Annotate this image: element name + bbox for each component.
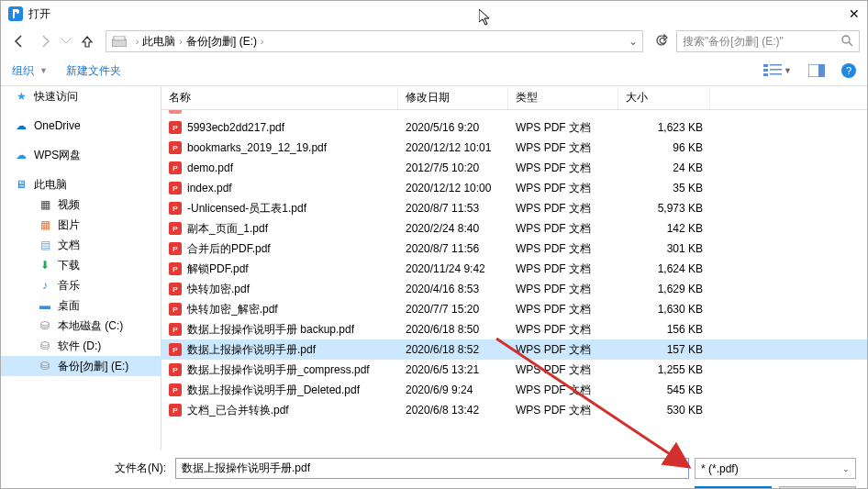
file-type: WPS PDF 文档 xyxy=(508,302,618,317)
file-name: 数据上报操作说明手册_Deleted.pdf xyxy=(187,383,360,398)
back-button[interactable] xyxy=(8,30,30,52)
table-row[interactable]: P快转加密.pdf2020/4/16 8:53WPS PDF 文档1,629 K… xyxy=(161,279,867,299)
sidebar-label: OneDrive xyxy=(34,119,81,132)
sidebar-label: 图片 xyxy=(58,217,80,233)
table-row[interactable]: Pdemo.pdf2012/7/5 10:20WPS PDF 文档24 KB xyxy=(161,158,867,178)
sidebar-item[interactable]: ♪音乐 xyxy=(1,275,161,295)
refresh-button[interactable] xyxy=(651,34,673,50)
table-row[interactable]: P xyxy=(161,110,867,117)
table-row[interactable]: Pindex.pdf2020/12/12 10:00WPS PDF 文档35 K… xyxy=(161,178,867,198)
table-row[interactable]: P快转加密_解密.pdf2020/7/7 15:20WPS PDF 文档1,63… xyxy=(161,299,867,319)
pdf-icon: P xyxy=(169,404,182,417)
file-type: WPS PDF 文档 xyxy=(508,181,618,196)
help-button[interactable]: ? xyxy=(841,63,856,78)
file-name: -Unlicensed-员工表1.pdf xyxy=(187,201,306,217)
desktop-icon: ▬ xyxy=(38,298,52,313)
organize-button[interactable]: 组织 xyxy=(12,63,34,79)
sidebar-item[interactable]: ★快速访问 xyxy=(1,86,161,106)
sidebar-label: 本地磁盘 (C:) xyxy=(58,318,123,334)
table-row[interactable]: Pbookmarks_2019_12_19.pdf2020/12/12 10:0… xyxy=(161,138,867,158)
sidebar-item[interactable]: ⛁本地磁盘 (C:) xyxy=(1,316,161,336)
sidebar-label: 快速访问 xyxy=(34,89,78,105)
file-date: 2020/11/24 9:42 xyxy=(398,262,508,275)
pdf-icon: P xyxy=(169,363,182,376)
sidebar-item[interactable]: 🖥此电脑 xyxy=(1,174,161,194)
file-size: 545 KB xyxy=(618,383,710,396)
column-headers: 名称 修改日期 类型 大小 xyxy=(161,86,867,110)
svg-rect-11 xyxy=(770,73,782,75)
view-mode-button[interactable]: ▼ xyxy=(763,64,792,77)
table-row[interactable]: P合并后的PDF.pdf2020/8/7 11:56WPS PDF 文档301 … xyxy=(161,239,867,259)
forward-button[interactable] xyxy=(34,30,56,52)
search-input[interactable]: 搜索"备份[勿删] (E:)" xyxy=(676,30,860,52)
pdf-icon: P xyxy=(169,182,182,194)
svg-point-4 xyxy=(842,36,850,43)
crumb-drive[interactable]: 备份[勿删] (E:) xyxy=(186,34,257,50)
sidebar-item[interactable]: ▦视频 xyxy=(1,194,161,215)
file-type: WPS PDF 文档 xyxy=(508,120,618,136)
file-date: 2020/12/12 10:01 xyxy=(398,141,508,154)
sidebar-item[interactable]: ▬桌面 xyxy=(1,295,161,316)
table-row[interactable]: P文档_已合并转换.pdf2020/6/8 13:42WPS PDF 文档530… xyxy=(161,400,867,420)
filetype-select[interactable]: * (*.pdf) ⌄ xyxy=(695,458,856,479)
table-row[interactable]: P5993ecb2dd217.pdf2020/5/16 9:20WPS PDF … xyxy=(161,117,867,138)
close-button[interactable]: ✕ xyxy=(823,6,860,21)
drive-icon: ⛁ xyxy=(38,359,52,373)
file-size: 1,255 KB xyxy=(618,363,710,376)
file-type: WPS PDF 文档 xyxy=(508,362,618,378)
file-type: WPS PDF 文档 xyxy=(508,383,618,398)
chevron-right-icon: › xyxy=(261,37,263,47)
header-date[interactable]: 修改日期 xyxy=(398,86,508,109)
file-date: 2020/6/5 13:21 xyxy=(398,363,508,376)
file-type: WPS PDF 文档 xyxy=(508,161,618,176)
file-type: WPS PDF 文档 xyxy=(508,342,618,358)
file-name: bookmarks_2019_12_19.pdf xyxy=(187,141,327,154)
table-row[interactable]: P解锁PDF.pdf2020/11/24 9:42WPS PDF 文档1,624… xyxy=(161,259,867,279)
crumb-pc[interactable]: 此电脑 xyxy=(142,34,175,50)
table-row[interactable]: P副本_页面_1.pdf2020/2/24 8:40WPS PDF 文档142 … xyxy=(161,218,867,239)
pdf-icon: P xyxy=(169,242,182,255)
sidebar-label: 下载 xyxy=(58,258,80,273)
sidebar-item[interactable]: ▦图片 xyxy=(1,215,161,235)
up-button[interactable] xyxy=(76,30,98,52)
breadcrumb-dropdown[interactable]: ⌄ xyxy=(624,35,642,48)
file-date: 2020/6/18 8:50 xyxy=(398,323,508,336)
svg-rect-13 xyxy=(818,64,825,77)
pdf-icon: P xyxy=(169,161,182,174)
file-date: 2020/8/7 11:53 xyxy=(398,202,508,215)
music-icon: ♪ xyxy=(38,278,52,293)
svg-line-5 xyxy=(849,42,852,46)
table-row[interactable]: P数据上报操作说明手册_compress.pdf2020/6/5 13:21WP… xyxy=(161,360,867,380)
pdf-icon: P xyxy=(169,110,182,114)
breadcrumb[interactable]: › 此电脑 › 备份[勿删] (E:) › ⌄ xyxy=(106,30,643,52)
sidebar-item[interactable]: ☁WPS网盘 xyxy=(1,145,161,165)
header-name[interactable]: 名称 xyxy=(161,86,398,109)
pdf-icon: P xyxy=(169,141,182,154)
header-size[interactable]: 大小 xyxy=(618,86,710,109)
file-type: WPS PDF 文档 xyxy=(508,140,618,156)
chevron-down-icon: ⌄ xyxy=(842,464,850,473)
table-row[interactable]: P数据上报操作说明手册_Deleted.pdf2020/6/9 9:24WPS … xyxy=(161,380,867,400)
sidebar-item[interactable]: ▤文档 xyxy=(1,235,161,255)
table-row[interactable]: P数据上报操作说明手册.pdf2020/6/18 8:52WPS PDF 文档1… xyxy=(161,339,867,360)
file-size: 530 KB xyxy=(618,404,710,417)
file-size: 301 KB xyxy=(618,242,710,255)
sidebar-item[interactable]: ☁OneDrive xyxy=(1,116,161,136)
filename-input[interactable] xyxy=(175,458,689,479)
recent-dropdown[interactable] xyxy=(60,30,72,52)
preview-pane-button[interactable] xyxy=(808,64,825,77)
svg-rect-6 xyxy=(763,64,768,67)
sidebar-item[interactable]: ⛁软件 (D:) xyxy=(1,336,161,356)
file-size: 1,629 KB xyxy=(618,283,710,295)
sidebar-item[interactable]: ⛁备份[勿删] (E:) xyxy=(1,356,161,376)
newfolder-button[interactable]: 新建文件夹 xyxy=(66,63,121,79)
sidebar: ★快速访问☁OneDrive☁WPS网盘🖥此电脑▦视频▦图片▤文档⬇下载♪音乐▬… xyxy=(1,86,161,450)
file-date: 2020/6/18 8:52 xyxy=(398,343,508,356)
file-name: 快转加密.pdf xyxy=(187,282,250,297)
table-row[interactable]: P-Unlicensed-员工表1.pdf2020/8/7 11:53WPS P… xyxy=(161,198,867,218)
sidebar-item[interactable]: ⬇下载 xyxy=(1,255,161,275)
table-row[interactable]: P数据上报操作说明手册 backup.pdf2020/6/18 8:50WPS … xyxy=(161,319,867,339)
file-date: 2020/6/9 9:24 xyxy=(398,383,508,396)
header-type[interactable]: 类型 xyxy=(508,86,618,109)
file-list: 名称 修改日期 类型 大小 PP5993ecb2dd217.pdf2020/5/… xyxy=(161,86,867,450)
